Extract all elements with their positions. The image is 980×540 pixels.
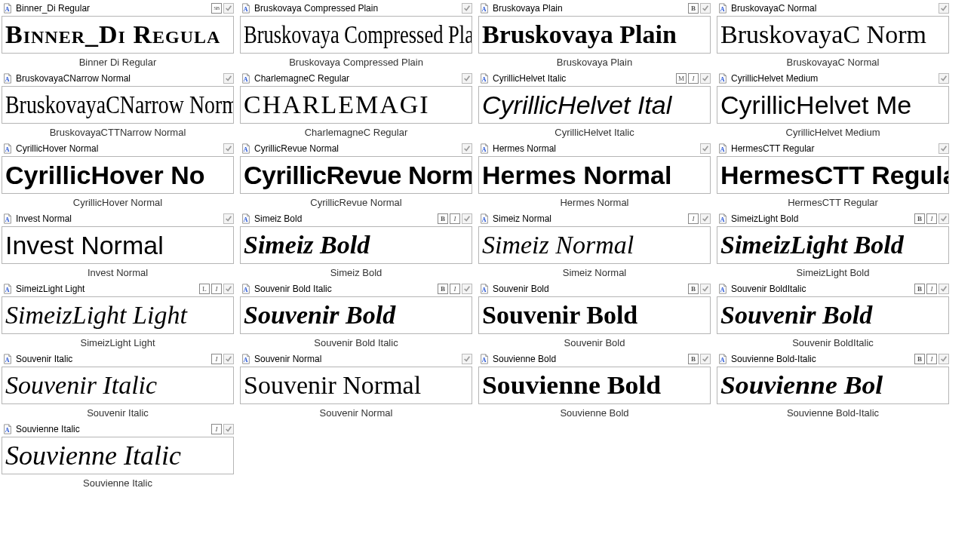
checkmark-icon[interactable] (939, 284, 949, 294)
font-preview-box[interactable]: Souvenir Bold (478, 296, 711, 334)
font-preview-box[interactable]: Simeiz Bold (240, 226, 472, 264)
checkmark-icon[interactable] (462, 73, 472, 84)
checkmark-icon[interactable] (462, 3, 472, 14)
font-tags (223, 213, 234, 224)
font-preview-box[interactable]: Bruskovaya Compressed Pla (240, 16, 472, 54)
font-card[interactable]: ABruskovaya Compressed PlainBruskovaya C… (240, 2, 472, 69)
checkmark-icon[interactable] (939, 213, 949, 224)
font-preview-box[interactable]: Binner_Di Regula (2, 16, 234, 54)
font-card[interactable]: ASimeizLight LightLISimeizLight LightSim… (2, 282, 234, 349)
font-card[interactable]: ACyrillicHelvet MediumCyrillicHelvet MeC… (717, 72, 949, 139)
font-caption: CyrillicRevue Normal (240, 197, 472, 209)
font-caption: SimeizLight Light (2, 337, 234, 349)
checkmark-icon[interactable] (223, 73, 234, 84)
font-title: Simeiz Bold (254, 213, 438, 224)
checkmark-icon[interactable] (700, 73, 711, 84)
font-preview-box[interactable]: Souvienne Bol (717, 367, 949, 404)
font-preview-box[interactable]: SimeizLight Bold (717, 226, 949, 264)
font-preview-box[interactable]: CyrillicRevue Norm (240, 156, 472, 194)
checkmark-icon[interactable] (223, 3, 234, 14)
checkmark-icon[interactable] (223, 424, 234, 434)
checkmark-icon[interactable] (700, 213, 711, 224)
checkmark-icon[interactable] (223, 284, 234, 294)
font-preview-box[interactable]: Souvenir Normal (240, 367, 472, 404)
font-preview-text: CHARLEMAGI (244, 92, 430, 118)
checkmark-icon[interactable] (939, 3, 949, 14)
style-tag: I (450, 213, 460, 224)
checkmark-icon[interactable] (700, 284, 711, 294)
font-card[interactable]: ASouvenir ItalicISouvenir ItalicSouvenir… (2, 352, 234, 419)
font-preview-box[interactable]: SimeizLight Light (2, 296, 234, 334)
font-title: CyrillicRevue Normal (254, 143, 462, 154)
checkmark-icon[interactable] (939, 73, 949, 84)
font-card[interactable]: ACyrillicHover NormalCyrillicHover NoCyr… (2, 142, 234, 209)
font-card-header: ABruskovaya Compressed Plain (240, 2, 472, 15)
font-preview-box[interactable]: Invest Normal (2, 226, 234, 264)
font-file-icon: A (478, 2, 490, 14)
font-preview-box[interactable]: Souvienne Bold (478, 367, 711, 404)
font-preview-box[interactable]: CHARLEMAGI (240, 86, 472, 124)
font-card[interactable]: ASimeizLight BoldBISimeizLight BoldSimei… (717, 212, 949, 279)
font-card[interactable]: ABinner_Di RegularSBBinner_Di RegulaBinn… (2, 2, 234, 69)
checkmark-icon[interactable] (700, 143, 711, 154)
font-tags (939, 143, 949, 154)
font-preview-box[interactable]: Simeiz Normal (478, 226, 711, 264)
font-preview-box[interactable]: Hermes Normal (478, 156, 711, 194)
font-tags: I (211, 424, 234, 434)
font-preview-box[interactable]: Bruskovaya Plain (478, 16, 711, 54)
font-preview-box[interactable]: Souvienne Italic (2, 437, 234, 474)
font-card[interactable]: ABruskovayaCNarrow NormalBruskovayaCNarr… (2, 72, 234, 139)
font-card[interactable]: ASouvenir Bold ItalicBISouvenir BoldSouv… (240, 282, 472, 349)
svg-text:A: A (482, 6, 487, 13)
font-preview-box[interactable]: Souvenir Bold (240, 296, 472, 334)
font-preview-box[interactable]: Souvenir Italic (2, 367, 234, 404)
checkmark-icon[interactable] (939, 354, 949, 364)
font-card[interactable]: ACyrillicRevue NormalCyrillicRevue NormC… (240, 142, 472, 209)
font-tags: BI (914, 354, 949, 364)
font-file-icon: A (717, 353, 729, 365)
font-card[interactable]: ASouvenir BoldItalicBISouvenir BoldSouve… (717, 282, 949, 349)
svg-text:A: A (244, 357, 248, 364)
font-card[interactable]: ABruskovaya PlainBBruskovaya PlainBrusko… (478, 2, 711, 69)
font-card[interactable]: ASouvienne ItalicISouvienne ItalicSouvie… (2, 422, 234, 489)
font-preview-box[interactable]: CyrillicHover No (2, 156, 234, 194)
font-card[interactable]: ASouvienne Bold-ItalicBISouvienne BolSou… (717, 352, 949, 419)
font-preview-box[interactable]: BruskovayaCNarrow Norma (2, 86, 234, 124)
checkmark-icon[interactable] (462, 284, 472, 294)
checkmark-icon[interactable] (462, 213, 472, 224)
font-preview-box[interactable]: BruskovayaC Norm (717, 16, 949, 54)
checkmark-icon[interactable] (939, 143, 949, 154)
font-card[interactable]: ASimeiz BoldBISimeiz BoldSimeiz Bold (240, 212, 472, 279)
svg-text:A: A (244, 146, 248, 153)
style-tag: B (688, 354, 699, 364)
checkmark-icon[interactable] (223, 213, 234, 224)
checkmark-icon[interactable] (462, 354, 472, 364)
font-preview-box[interactable]: CyrillicHelvet Ital (478, 86, 711, 124)
font-preview-box[interactable]: Souvenir Bold (717, 296, 949, 334)
font-title: CyrillicHover Normal (16, 143, 223, 154)
font-preview-box[interactable]: CyrillicHelvet Me (717, 86, 949, 124)
checkmark-icon[interactable] (462, 143, 472, 154)
font-card-header: ACyrillicRevue Normal (240, 142, 472, 155)
font-card[interactable]: ASimeiz NormalISimeiz NormalSimeiz Norma… (478, 212, 711, 279)
font-card[interactable]: ACharlemagneC RegularCHARLEMAGICharlemag… (240, 72, 472, 139)
style-tag: I (688, 73, 699, 84)
font-preview-box[interactable]: HermesCTT Regular (717, 156, 949, 194)
font-card[interactable]: AHermesCTT RegularHermesCTT RegularHerme… (717, 142, 949, 209)
font-preview-text: CyrillicRevue Norm (244, 162, 472, 188)
font-card[interactable]: ASouvenir BoldBSouvenir BoldSouvenir Bol… (478, 282, 711, 349)
style-tag: M (676, 73, 687, 84)
checkmark-icon[interactable] (700, 3, 711, 14)
svg-text:A: A (5, 357, 10, 364)
font-card[interactable]: AHermes NormalHermes NormalHermes Normal (478, 142, 711, 209)
svg-text:A: A (720, 76, 725, 83)
font-card[interactable]: ASouvienne BoldBSouvienne BoldSouvienne … (478, 352, 711, 419)
font-card[interactable]: ACyrillicHelvet ItalicMICyrillicHelvet I… (478, 72, 711, 139)
checkmark-icon[interactable] (223, 143, 234, 154)
font-card[interactable]: AInvest NormalInvest NormalInvest Normal (2, 212, 234, 279)
font-caption: HermesCTT Regular (717, 197, 949, 209)
font-card[interactable]: ASouvenir NormalSouvenir NormalSouvenir … (240, 352, 472, 419)
checkmark-icon[interactable] (223, 354, 234, 364)
font-card[interactable]: ABruskovayaC NormalBruskovayaC NormBrusk… (717, 2, 949, 69)
checkmark-icon[interactable] (700, 354, 711, 364)
